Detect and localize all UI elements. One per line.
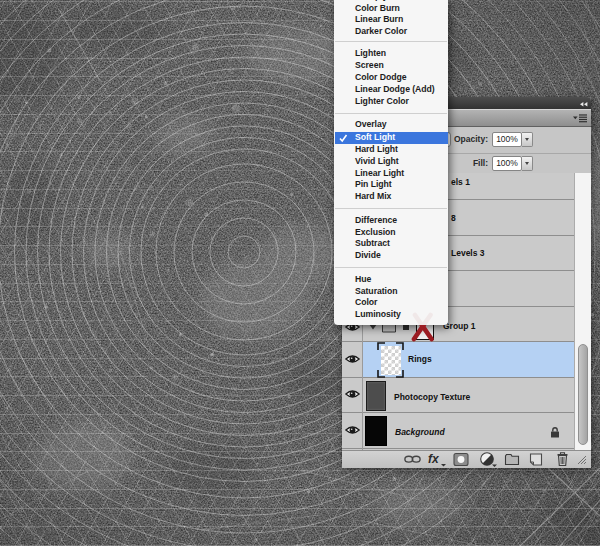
svg-text:fx: fx <box>428 452 440 466</box>
